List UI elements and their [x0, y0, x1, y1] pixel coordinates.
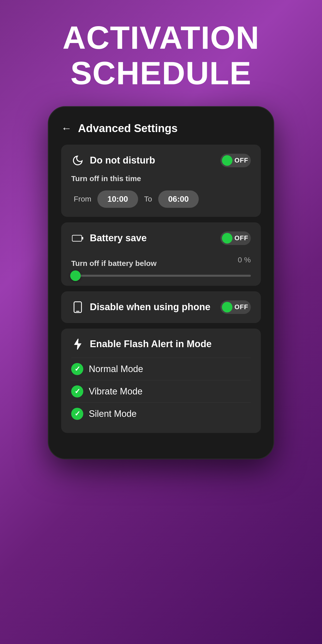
checkmark-icon-2: ✓: [74, 387, 80, 395]
to-time-picker[interactable]: 06:00: [158, 190, 199, 208]
battery-slider-container: [71, 275, 251, 277]
checkmark-icon: ✓: [74, 365, 80, 373]
do-not-disturb-toggle[interactable]: OFF: [220, 154, 251, 167]
flash-icon: [71, 338, 84, 351]
dnd-sub-label: Turn off in this time: [71, 174, 251, 183]
phone-icon: [71, 301, 84, 314]
flash-alert-title: Enable Flash Alert in Mode: [90, 339, 212, 349]
svg-marker-4: [75, 339, 81, 349]
silent-mode-check: ✓: [71, 408, 83, 420]
battery-icon: [71, 232, 84, 245]
battery-save-card: Battery save OFF Turn off if battery bel…: [61, 222, 261, 286]
phone-toggle-state: OFF: [234, 303, 248, 311]
toggle-circle: [222, 155, 232, 166]
flash-alert-card: Enable Flash Alert in Mode ✓ Normal Mode…: [61, 329, 261, 433]
back-button[interactable]: ←: [61, 122, 72, 134]
top-bar: ← Advanced Settings: [61, 122, 261, 135]
disable-phone-label: Disable when using phone: [90, 302, 210, 312]
do-not-disturb-label: Do not disturb: [90, 155, 155, 166]
battery-save-toggle[interactable]: OFF: [220, 231, 251, 245]
svg-rect-0: [72, 235, 82, 241]
normal-mode-row[interactable]: ✓ Normal Mode: [71, 359, 251, 379]
vibrate-mode-row[interactable]: ✓ Vibrate Mode: [71, 381, 251, 401]
screen-title: Advanced Settings: [78, 122, 178, 135]
battery-toggle-state: OFF: [234, 234, 248, 242]
divider-3: [71, 403, 251, 403]
phone-screen: ← Advanced Settings Do not disturb OFF T…: [48, 106, 274, 459]
battery-percent: 0 %: [238, 256, 251, 264]
battery-slider-thumb[interactable]: [70, 270, 81, 281]
silent-mode-label: Silent Mode: [89, 409, 137, 419]
svg-rect-1: [82, 237, 83, 239]
vibrate-mode-label: Vibrate Mode: [89, 386, 142, 397]
battery-slider-track: [71, 275, 251, 277]
battery-save-label: Battery save: [90, 233, 147, 244]
disable-phone-toggle[interactable]: OFF: [220, 300, 251, 314]
disable-phone-card: Disable when using phone OFF: [61, 291, 261, 323]
from-time-picker[interactable]: 10:00: [97, 190, 138, 208]
battery-sub-label: Turn off if battery below: [71, 259, 156, 268]
flash-title-row: Enable Flash Alert in Mode: [71, 338, 251, 351]
checkmark-icon-3: ✓: [74, 410, 80, 418]
divider-2: [71, 380, 251, 380]
do-not-disturb-card: Do not disturb OFF Turn off in this time…: [61, 145, 261, 217]
toggle-state: OFF: [234, 156, 248, 164]
to-label: To: [144, 195, 152, 203]
hero-title: ACTIVATION SCHEDULE: [62, 20, 259, 91]
normal-mode-label: Normal Mode: [89, 364, 143, 374]
moon-icon: [71, 154, 84, 167]
from-label: From: [74, 195, 91, 203]
time-row: From 10:00 To 06:00: [71, 190, 251, 208]
battery-sub-row: Turn off if battery below 0 %: [71, 252, 251, 268]
phone-toggle-circle: [222, 302, 232, 312]
battery-toggle-circle: [222, 233, 232, 244]
normal-mode-check: ✓: [71, 363, 83, 375]
divider-1: [71, 358, 251, 358]
vibrate-mode-check: ✓: [71, 385, 83, 397]
silent-mode-row[interactable]: ✓ Silent Mode: [71, 404, 251, 424]
